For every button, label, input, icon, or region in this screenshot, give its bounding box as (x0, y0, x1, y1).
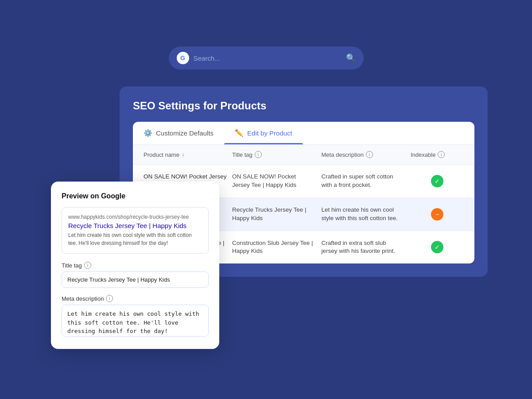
table-header: Product name ↓ Title tag i Meta descript… (133, 145, 474, 165)
title-tag-input[interactable] (62, 271, 209, 288)
gear-icon: ⚙️ (144, 129, 152, 137)
pencil-icon: ✏️ (235, 129, 244, 137)
sort-arrow-icon[interactable]: ↓ (182, 151, 184, 158)
indexable-cell: ✓ (411, 175, 464, 187)
preview-description: Let him create his own cool style with t… (68, 231, 202, 247)
meta-desc-info-icon[interactable]: i (366, 151, 373, 158)
col-meta-desc: Meta description i (322, 151, 411, 158)
status-check-icon: ✓ (431, 175, 443, 187)
indexable-cell: − (411, 208, 464, 221)
col-title-tag: Title tag i (232, 151, 322, 158)
status-check-icon: ✓ (431, 241, 443, 253)
preview-card: Preview on Google www.happykids.com/shop… (51, 182, 219, 349)
google-icon: G (177, 52, 189, 64)
indexable-cell: ✓ (411, 241, 464, 253)
title-tag-label: Title tag i (62, 262, 209, 269)
seo-panel-title: SEO Settings for Products (133, 100, 474, 112)
preview-card-title: Preview on Google (62, 192, 209, 200)
meta-desc-cell: Crafted in super soft cotton with a fron… (322, 173, 411, 190)
title-tag-info-icon[interactable]: i (255, 151, 262, 158)
indexable-info-icon[interactable]: i (438, 151, 445, 158)
col-indexable: Indexable i (411, 151, 464, 158)
tab-customize-defaults[interactable]: ⚙️ Customize Defaults (133, 122, 224, 144)
meta-desc-label: Meta description i (62, 295, 209, 302)
tab-edit-by-product[interactable]: ✏️ Edit by Product (224, 122, 303, 144)
search-bar: G 🔍 (169, 46, 364, 70)
search-button[interactable]: 🔍 (346, 53, 356, 63)
search-input[interactable] (194, 54, 342, 62)
preview-title-link[interactable]: Recycle Trucks Jersey Tee | Happy Kids (68, 222, 202, 229)
meta-desc-cell: Let him create his own cool style with t… (322, 206, 411, 223)
meta-desc-textarea[interactable] (62, 305, 209, 337)
google-preview-box: www.happykids.com/shop/recycle-trucks-je… (62, 207, 209, 254)
col-product-name: Product name ↓ (144, 151, 232, 158)
title-tag-cell: Construction Slub Jersey Tee | Happy Kid… (232, 239, 322, 256)
tabs-header: ⚙️ Customize Defaults ✏️ Edit by Product (133, 122, 474, 145)
status-check-icon: − (431, 208, 443, 221)
title-tag-field-info-icon[interactable]: i (84, 262, 91, 269)
title-tag-cell: Recycle Trucks Jersey Tee | Happy Kids (232, 206, 322, 223)
meta-desc-cell: Crafted in extra soft slub jersey with h… (322, 239, 411, 256)
title-tag-cell: ON SALE NOW! Pocket Jersey Tee | Happy K… (232, 173, 322, 190)
preview-url: www.happykids.com/shop/recycle-trucks-je… (68, 214, 202, 220)
search-bar-container: G 🔍 (169, 46, 364, 70)
meta-desc-field-info-icon[interactable]: i (106, 295, 113, 302)
